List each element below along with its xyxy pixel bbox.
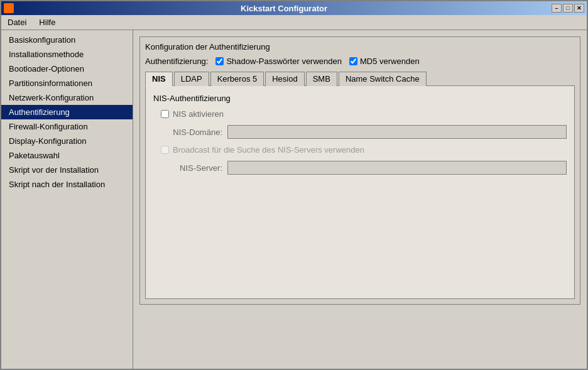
sidebar-item-display[interactable]: Display-Konfiguration xyxy=(1,134,133,148)
sidebar: Basiskonfiguration Installationsmethode … xyxy=(1,30,133,369)
shadow-label: Shadow-Passwörter verwenden xyxy=(226,57,342,66)
md5-checkbox[interactable] xyxy=(349,57,357,65)
nis-tab-content: NIS-Authentifizierung NIS aktivieren NIS… xyxy=(145,85,575,299)
broadcast-label: Broadcast für die Suche des NIS-Servers … xyxy=(173,145,364,155)
titlebar-buttons: – □ ✕ xyxy=(552,4,587,13)
sidebar-item-netzwerk[interactable]: Netzwerk-Konfiguration xyxy=(1,90,133,105)
nis-domain-input[interactable] xyxy=(227,125,567,139)
sidebar-item-firewall[interactable]: Firewall-Konfiguration xyxy=(1,119,133,134)
nis-domain-row: NIS-Domäne: xyxy=(153,125,567,139)
main-panel: Konfiguration der Authentifizierung Auth… xyxy=(133,30,587,369)
sidebar-item-partitionsinformationen[interactable]: Partitionsinformationen xyxy=(1,76,133,90)
tab-hesiod[interactable]: Hesiod xyxy=(265,72,304,86)
tab-ldap[interactable]: LDAP xyxy=(174,72,209,86)
menubar: Datei Hilfe xyxy=(1,15,587,30)
content-area: Basiskonfiguration Installationsmethode … xyxy=(1,30,587,369)
titlebar-left xyxy=(1,3,16,13)
nis-domain-label: NIS-Domäne: xyxy=(153,128,222,137)
close-button[interactable]: ✕ xyxy=(574,4,584,13)
minimize-button[interactable]: – xyxy=(552,4,562,13)
nis-activate-label: NIS aktivieren xyxy=(173,109,224,119)
nis-section-title: NIS-Authentifizierung xyxy=(153,94,567,103)
broadcast-row: Broadcast für die Suche des NIS-Servers … xyxy=(161,145,567,155)
md5-label: MD5 verwenden xyxy=(360,57,420,66)
section-title: Konfiguration der Authentifizierung xyxy=(145,42,575,52)
menu-datei-label: Datei xyxy=(8,18,26,27)
nis-server-label: NIS-Server: xyxy=(153,163,222,173)
sidebar-item-authentifizierung[interactable]: Authentifizierung xyxy=(1,105,133,119)
tabs: NIS LDAP Kerberos 5 Hesiod SMB Name Swit… xyxy=(145,71,575,85)
window-title: Kickstart Configurator xyxy=(16,4,552,13)
tab-name-switch-cache[interactable]: Name Switch Cache xyxy=(339,72,427,86)
auth-label: Authentifizierung: xyxy=(145,57,208,66)
tab-kerberos[interactable]: Kerberos 5 xyxy=(210,72,264,86)
nis-server-row: NIS-Server: xyxy=(153,161,567,175)
tab-smb[interactable]: SMB xyxy=(306,72,337,86)
titlebar: Kickstart Configurator – □ ✕ xyxy=(1,1,587,15)
sidebar-item-paketauswahl[interactable]: Paketauswahl xyxy=(1,148,133,163)
broadcast-checkbox[interactable] xyxy=(161,146,169,154)
menu-hilfe[interactable]: Hilfe xyxy=(35,16,59,28)
md5-checkbox-group: MD5 verwenden xyxy=(349,57,420,66)
shadow-checkbox-group: Shadow-Passwörter verwenden xyxy=(215,57,342,66)
sidebar-item-bootloader[interactable]: Bootloader-Optionen xyxy=(1,62,133,76)
sidebar-item-skript-vor[interactable]: Skript vor der Installation xyxy=(1,163,133,177)
nis-server-input[interactable] xyxy=(227,161,567,175)
tab-nis[interactable]: NIS xyxy=(145,72,173,86)
sidebar-item-skript-nach[interactable]: Skript nach der Installation xyxy=(1,177,133,192)
auth-section-frame: Konfiguration der Authentifizierung Auth… xyxy=(139,36,580,305)
maximize-button[interactable]: □ xyxy=(563,4,573,13)
menu-datei[interactable]: Datei xyxy=(4,16,30,28)
app-icon xyxy=(4,3,14,13)
nis-activate-row: NIS aktivieren xyxy=(161,109,567,119)
sidebar-item-basiskonfiguration[interactable]: Basiskonfiguration xyxy=(1,33,133,47)
main-window: Kickstart Configurator – □ ✕ Datei Hilfe… xyxy=(0,0,588,370)
nis-activate-checkbox[interactable] xyxy=(161,110,169,118)
sidebar-item-installationsmethode[interactable]: Installationsmethode xyxy=(1,47,133,62)
menu-hilfe-label: Hilfe xyxy=(39,18,55,27)
auth-row: Authentifizierung: Shadow-Passwörter ver… xyxy=(145,57,575,66)
shadow-checkbox[interactable] xyxy=(215,57,224,65)
